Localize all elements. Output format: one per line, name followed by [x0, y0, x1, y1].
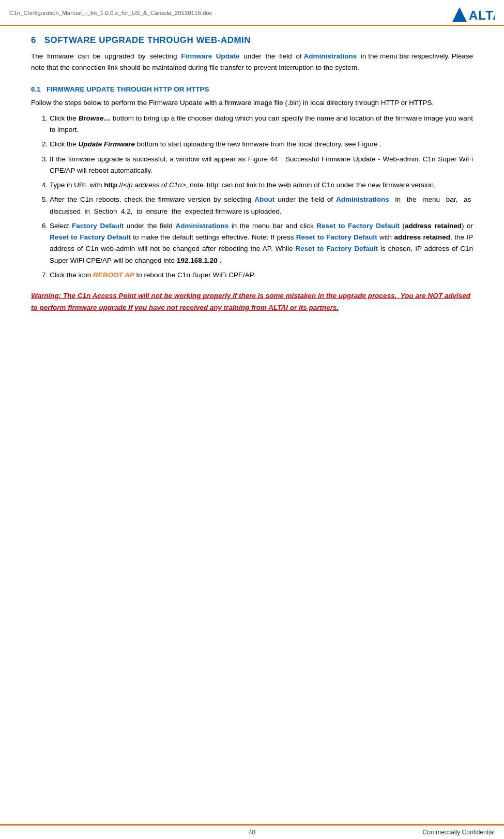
administrations-link-1: Administrations	[304, 52, 357, 60]
warning-text: Warning: The C1n Access Point will not b…	[31, 290, 473, 314]
section-6-number: 6	[31, 35, 44, 45]
step-1: Click the Browse… bottom to bring up a f…	[50, 113, 473, 136]
main-content: 6 SOFTWARE UPGRADE THROUGH WEB-ADMIN The…	[0, 26, 504, 345]
logo-svg: ALTAI	[448, 3, 495, 23]
administrations-link-2: Administrations	[336, 196, 389, 203]
http-bold: http	[104, 181, 117, 189]
step-5: After the C1n reboots, check the firmwar…	[50, 194, 473, 217]
reset-factory-link-4: Reset to Factory Default	[296, 245, 378, 252]
ip-address-default: 192.168.1.20	[177, 257, 218, 264]
warning-block: Warning: The C1n Access Point will not b…	[31, 290, 473, 314]
section-6-intro: The firmware can be upgraded by selectin…	[31, 51, 473, 74]
svg-marker-0	[452, 7, 467, 22]
step-6: Select Factory Default under the field A…	[50, 220, 473, 266]
address-retained-2: address retained	[394, 233, 450, 241]
reset-factory-link-1: Reset to Factory Default	[316, 222, 400, 230]
page-number: 48	[171, 829, 333, 836]
factory-default-link-1: Factory Default	[72, 222, 124, 230]
browse-button-ref: Browse…	[79, 114, 111, 122]
step-3: If the firmware upgrade is successful, a…	[50, 154, 473, 177]
step-4: Type in URL with http://<ip address of C…	[50, 179, 473, 191]
page-footer: 48 Commercially Confidential	[0, 824, 504, 839]
subsection-intro: Follow the steps below to perform the Fi…	[31, 97, 473, 109]
section-6-title: SOFTWARE UPGRADE THROUGH WEB-ADMIN	[44, 35, 251, 45]
step-7: Click the icon REBOOT AP to reboot the C…	[50, 269, 473, 281]
firmware-update-link: Firmware Update	[181, 52, 239, 60]
about-link: About	[254, 196, 274, 203]
steps-list: Click the Browse… bottom to bring up a f…	[50, 113, 473, 281]
administrations-link-3: Administrations	[175, 222, 228, 230]
header-filename: C1n_Configuration_Manual_-_fm_1.0.0.x_fo…	[9, 10, 212, 16]
section-6-heading: 6 SOFTWARE UPGRADE THROUGH WEB-ADMIN	[31, 35, 473, 46]
page-header: C1n_Configuration_Manual_-_fm_1.0.0.x_fo…	[0, 0, 504, 26]
subsection-6-1-heading: 6.1 FIRMWARE UPDATE THROUGH HTTP OR HTTP…	[31, 85, 473, 93]
subsection-6-1-title: FIRMWARE UPDATE THROUGH HTTP OR HTTPS	[47, 85, 209, 93]
subsection-6-1-number: 6.1	[31, 85, 47, 93]
address-retained-1: address retained	[405, 222, 462, 230]
altai-logo: ALTAI	[448, 3, 495, 23]
step-2: Click the Update Firmware bottom to star…	[50, 139, 473, 150]
confidential-label: Commercially Confidential	[333, 829, 495, 836]
svg-text:ALTAI: ALTAI	[469, 8, 495, 22]
update-firmware-ref: Update Firmware	[79, 140, 135, 148]
ip-address-ref: <ip address of C1n>	[123, 181, 186, 189]
reboot-ap-ref: REBOOT AP	[93, 271, 134, 279]
reset-factory-link-3: Reset to Factory Default	[296, 233, 377, 241]
reset-factory-link-2: Reset to Factory Default	[50, 233, 131, 241]
